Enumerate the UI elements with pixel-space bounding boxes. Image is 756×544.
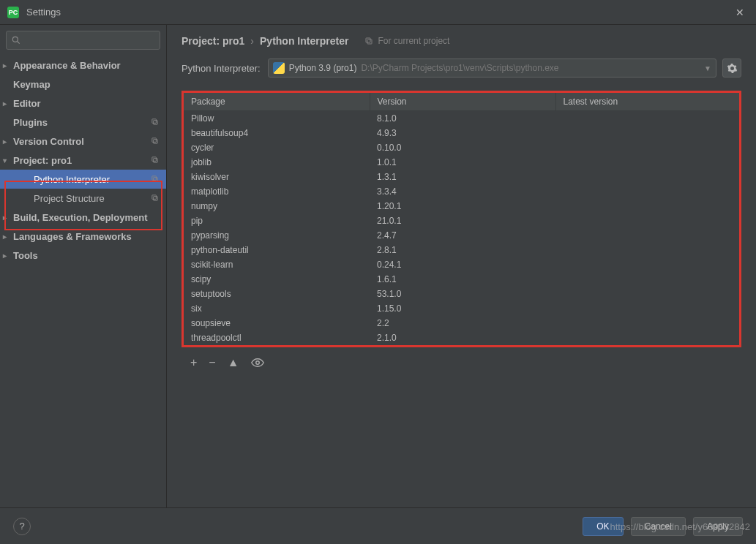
column-header-version[interactable]: Version (370, 93, 555, 111)
dialog-footer: ? OK Cancel Apply (0, 507, 756, 544)
sidebar-item-tools[interactable]: ▸Tools (0, 246, 166, 265)
chevron-right-icon: ▸ (3, 252, 10, 260)
cell-name: six (184, 301, 370, 316)
interpreter-settings-button[interactable] (722, 58, 741, 78)
sidebar-item-python-interpreter[interactable]: Python Interpreter (0, 170, 166, 189)
cell-version: 8.1.0 (370, 111, 555, 126)
main-area: ▸Appearance & BehaviorKeymap▸EditorPlugi… (0, 25, 756, 507)
cell-version: 0.24.1 (370, 257, 555, 272)
table-row[interactable]: matplotlib3.3.4 (184, 184, 739, 199)
table-row[interactable]: soupsieve2.2 (184, 316, 739, 330)
sidebar-item-plugins[interactable]: Plugins (0, 113, 166, 132)
sidebar-item-project-structure[interactable]: Project Structure (0, 189, 166, 208)
search-icon (11, 35, 21, 45)
chevron-down-icon: ▼ (704, 64, 711, 72)
cancel-button[interactable]: Cancel (631, 517, 686, 536)
table-row[interactable]: kiwisolver1.3.1 (184, 170, 739, 184)
cell-name: numpy (184, 199, 370, 214)
svg-point-14 (255, 361, 259, 365)
sidebar-item-label: Project Structure (34, 193, 105, 204)
table-row[interactable]: scikit-learn0.24.1 (184, 257, 739, 272)
chevron-right-icon: ▸ (3, 214, 10, 222)
table-row[interactable]: pip21.0.1 (184, 214, 739, 228)
cell-name: soupsieve (184, 316, 370, 330)
sidebar-item-languages-frameworks[interactable]: ▸Languages & Frameworks (0, 227, 166, 246)
copy-icon (364, 37, 373, 45)
cell-latest (555, 214, 739, 228)
svg-rect-12 (367, 39, 372, 44)
sidebar-item-label: Python Interpreter (34, 174, 110, 185)
package-table-container: PackageVersionLatest version Pillow8.1.0… (181, 91, 741, 347)
table-row[interactable]: python-dateutil2.8.1 (184, 243, 739, 257)
apply-button[interactable]: Apply (693, 517, 743, 536)
svg-rect-6 (154, 158, 158, 162)
chevron-right-icon: ▸ (3, 99, 10, 107)
svg-rect-4 (154, 139, 158, 143)
search-input[interactable] (6, 31, 160, 50)
interpreter-name: Python 3.9 (pro1) (289, 63, 357, 73)
sidebar-item-editor[interactable]: ▸Editor (0, 94, 166, 113)
svg-rect-5 (152, 137, 157, 142)
sidebar-item-project-pro1[interactable]: ▾Project: pro1 (0, 151, 166, 170)
remove-package-button[interactable]: − (209, 357, 215, 369)
sidebar-item-label: Editor (13, 98, 41, 109)
cell-version: 1.3.1 (370, 170, 555, 184)
cell-version: 2.4.7 (370, 228, 555, 243)
sidebar-item-version-control[interactable]: ▸Version Control (0, 132, 166, 151)
table-row[interactable]: scipy1.6.1 (184, 272, 739, 287)
interpreter-label: Python Interpreter: (181, 63, 261, 74)
cell-version: 3.3.4 (370, 184, 555, 199)
sidebar-item-label: Plugins (13, 117, 48, 128)
table-row[interactable]: six1.15.0 (184, 301, 739, 316)
table-row[interactable]: Pillow8.1.0 (184, 111, 739, 126)
close-icon[interactable]: ✕ (731, 4, 749, 20)
show-early-releases-button[interactable] (251, 356, 264, 369)
cell-name: scipy (184, 272, 370, 287)
table-row[interactable]: pyparsing2.4.7 (184, 228, 739, 243)
cell-name: matplotlib (184, 184, 370, 199)
ok-button[interactable]: OK (583, 517, 623, 536)
column-header-latest-version[interactable]: Latest version (555, 93, 739, 111)
sidebar-item-keymap[interactable]: Keymap (0, 75, 166, 94)
cell-latest (555, 257, 739, 272)
svg-rect-13 (366, 38, 370, 42)
copy-icon (151, 194, 159, 203)
sidebar: ▸Appearance & BehaviorKeymap▸EditorPlugi… (0, 25, 167, 507)
search-field[interactable] (24, 35, 155, 45)
add-package-button[interactable]: + (190, 357, 197, 369)
titlebar: PC Settings ✕ (0, 0, 756, 25)
table-row[interactable]: joblib1.0.1 (184, 155, 739, 170)
table-row[interactable]: cycler0.10.0 (184, 140, 739, 155)
cell-version: 2.2 (370, 316, 555, 330)
cell-version: 1.6.1 (370, 272, 555, 287)
cell-latest (555, 140, 739, 155)
svg-rect-11 (152, 194, 157, 199)
table-row[interactable]: beautifulsoup44.9.3 (184, 126, 739, 140)
table-row[interactable]: setuptools53.1.0 (184, 287, 739, 301)
cell-latest (555, 316, 739, 330)
sidebar-item-label: Languages & Frameworks (13, 231, 132, 242)
eye-icon (251, 356, 264, 369)
sidebar-item-build-execution-deployment[interactable]: ▸Build, Execution, Deployment (0, 208, 166, 227)
app-icon: PC (7, 7, 19, 18)
table-row[interactable]: numpy1.20.1 (184, 199, 739, 214)
settings-tree: ▸Appearance & BehaviorKeymap▸EditorPlugi… (0, 56, 166, 507)
interpreter-select[interactable]: Python 3.9 (pro1) D:\PyCharm Projects\pr… (268, 58, 716, 78)
cell-name: Pillow (184, 111, 370, 126)
cell-latest (555, 155, 739, 170)
breadcrumb: Project: pro1 › Python Interpreter For c… (181, 35, 741, 47)
sidebar-item-appearance-behavior[interactable]: ▸Appearance & Behavior (0, 56, 166, 75)
cell-latest (555, 272, 739, 287)
cell-version: 0.10.0 (370, 140, 555, 155)
cell-latest (555, 243, 739, 257)
table-row[interactable]: threadpoolctl2.1.0 (184, 330, 739, 345)
cell-latest (555, 228, 739, 243)
chevron-right-icon: ▸ (3, 137, 10, 146)
interpreter-path: D:\PyCharm Projects\pro1\venv\Scripts\py… (361, 63, 558, 73)
cell-latest (555, 184, 739, 199)
column-header-package[interactable]: Package (184, 93, 370, 111)
content-pane: Project: pro1 › Python Interpreter For c… (167, 25, 756, 507)
cell-latest (555, 330, 739, 345)
help-button[interactable]: ? (13, 518, 31, 535)
upgrade-package-button[interactable]: ▲ (228, 357, 239, 369)
